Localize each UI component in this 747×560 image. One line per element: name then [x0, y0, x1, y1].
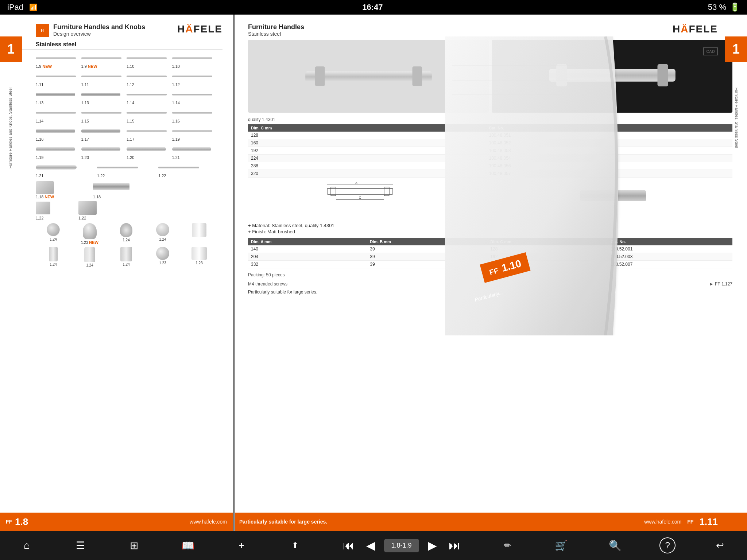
product-image-dark [492, 40, 732, 113]
handle-row-6: 1.19 1.20 1.20 1.21 [36, 144, 217, 160]
table-row: 14039128100.52.001 [248, 245, 732, 253]
grid-button[interactable]: ⊞ [125, 536, 143, 555]
footer-url: www.hafele.com [190, 519, 227, 525]
handle-item: 1.13 [36, 89, 81, 105]
handle-item: 1.22 [158, 162, 217, 178]
cart-button[interactable]: 🛒 [552, 536, 570, 555]
handle-item: 1.18 [93, 179, 147, 199]
share-button[interactable]: ⬆ [286, 536, 304, 555]
handle-item: 1.9 NEW [81, 52, 126, 69]
handle-item: 1.20 [81, 144, 126, 160]
status-bar: iPad 📶 16:47 53 % 🔋 [0, 0, 747, 15]
page-subtitle-left: Design overview [53, 31, 145, 37]
handle-item: 1.19 [36, 144, 81, 160]
footer-num: 1.8 [15, 516, 28, 528]
svg-rect-1 [315, 66, 325, 86]
book-button[interactable]: 📖 [179, 536, 197, 555]
handle-item: 1.13 [81, 89, 126, 105]
handle-item: 1.14 [172, 89, 217, 105]
handle-item: 1.20 [127, 144, 171, 160]
handle-row-2: 1.11 1.11 1.12 1.12 [36, 71, 217, 87]
handle-svg-light [266, 47, 471, 105]
knobs-grid: 1.24 1.23 NEW 1.24 1.24 [36, 223, 217, 267]
screw-note: M4 threaded screws [248, 281, 287, 287]
svg-rect-3 [549, 69, 676, 82]
col-header-dim-c2: Dim. C mm [487, 238, 608, 245]
page-divider [233, 15, 235, 531]
handle-row-7: 1.21 1.22 1.22 [36, 162, 217, 178]
status-left: iPad 📶 [7, 3, 37, 12]
knob-item: 1.24 [36, 247, 71, 267]
knob-item: 1.24 [36, 223, 71, 245]
handle-item: 1.17 [127, 125, 171, 141]
handle-item: 1.22 [78, 201, 118, 220]
handle-item: 1.21 [36, 162, 94, 178]
handle-row-new: 1.18 NEW 1.18 [36, 179, 217, 199]
right-header: Furniture Handles Stainless steel HÄFELE [233, 15, 747, 40]
page-indicator: 1.8-1.9 [384, 539, 419, 552]
handle-row-4: 1.14 1.15 1.15 1.16 [36, 107, 217, 123]
battery-icon: 🔋 [730, 3, 740, 12]
right-footer-ff: FF [687, 519, 693, 525]
wifi-icon: 📶 [29, 3, 37, 11]
back-nav-button[interactable]: ↩ [711, 536, 729, 555]
packing-note: Packing: 50 pieces [248, 271, 732, 278]
table-row: 192100.48.053 [248, 147, 732, 155]
col-header-dim-b: Dim. B mm [367, 238, 487, 245]
handle-item: 1.16 [172, 107, 217, 123]
nav-center: ⏮ ◀ 1.8-1.9 ▶ ⏭ [340, 536, 463, 555]
handle-row-5: 1.16 1.17 1.17 1.19 [36, 125, 217, 141]
handle-item: 1.22 [97, 162, 155, 178]
pen-button[interactable]: ✏ [499, 536, 517, 555]
svg-rect-4 [556, 64, 567, 86]
handle-item: 1.15 [81, 107, 126, 123]
table-row: 160100.48.052 [248, 139, 732, 147]
skip-prev-button[interactable]: ⏮ [340, 536, 357, 555]
handle-item: 1.11 [81, 71, 126, 87]
knob-item: 1.23 [182, 247, 217, 267]
handle-row-small: 1.22 1.22 [36, 201, 217, 220]
specs-section-1: Dim. C mm Cat. No. 128100.48.051 160100.… [233, 124, 747, 178]
sidebar-text-left: Furniture Handles and Knobs, Stainless S… [8, 88, 12, 168]
left-page-footer: FF 1.8 www.hafele.com [0, 513, 233, 531]
toolbar: ⌂ ☰ ⊞ 📖 + ⬆ ⏮ ◀ 1.8-1.9 ▶ ⏭ ✏ 🛒 🔍 ? ↩ [0, 531, 747, 560]
search-button[interactable]: 🔍 [606, 536, 624, 555]
prev-button[interactable]: ◀ [363, 536, 378, 555]
device-label: iPad [7, 3, 23, 12]
help-button[interactable]: ? [659, 537, 676, 553]
material-info: + Material: Stainless steel, quality 1.4… [248, 223, 732, 234]
handle-item: 1.22 [36, 201, 76, 220]
next-button[interactable]: ▶ [425, 536, 440, 555]
battery-label: 53 % [708, 3, 726, 12]
handle-diagram-1: A C [248, 181, 487, 219]
knob-item: 1.24 [145, 223, 180, 245]
time-display: 16:47 [362, 3, 383, 12]
ff-ref: ► FF 1.127 [709, 281, 732, 287]
table-row: 224100.48.054 [248, 155, 732, 162]
screw-note-row: M4 threaded screws ► FF 1.127 [233, 281, 747, 287]
sidebar-text-right: Furniture Handles, Stainless Steel [735, 88, 739, 148]
right-page: 1 CAD Furniture Handles Stainless steel … [233, 15, 747, 531]
handle-item: 1.10 [172, 52, 217, 69]
right-page-footer: Particularly suitable for large series. … [233, 513, 747, 531]
col-header-dim-a: Dim. A mm [248, 238, 367, 245]
svg-rect-5 [657, 64, 668, 86]
plus-button[interactable]: + [232, 536, 251, 555]
col-header-cat-no: Cat. No. [486, 124, 732, 132]
home-button[interactable]: ⌂ [18, 536, 36, 555]
handle-row-3: 1.13 1.13 1.14 1.14 [36, 89, 217, 105]
main-content: 1 H Furniture Handles and Knobs Design o… [0, 15, 747, 531]
svg-text:A: A [355, 181, 357, 185]
list-button[interactable]: ☰ [71, 536, 90, 555]
product-image-light [248, 40, 489, 113]
skip-next-button[interactable]: ⏭ [446, 536, 463, 555]
bottom-note: Particularly suitable for large series. [233, 289, 747, 295]
knob-item: 1.24 [109, 223, 144, 245]
cad-badge-container: CAD [700, 47, 718, 55]
right-page-inner: 1 CAD Furniture Handles Stainless steel … [233, 15, 747, 531]
handle-item: 1.17 [81, 125, 126, 141]
status-right: 53 % 🔋 [708, 3, 740, 12]
handle-item: 1.14 [127, 89, 171, 105]
brand-box: H Furniture Handles and Knobs Design ove… [36, 23, 145, 37]
specs-table-2: Dim. A mm Dim. B mm Dim. C mm Cat. No. 1… [248, 238, 732, 268]
